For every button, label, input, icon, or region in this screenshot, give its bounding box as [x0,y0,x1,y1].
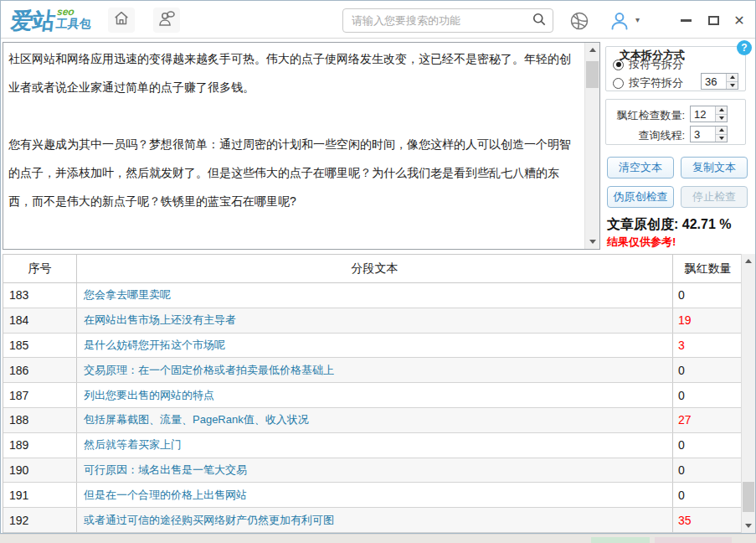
radio-icon[interactable] [613,78,624,89]
row-index: 184 [3,308,77,333]
row-segment-text[interactable]: 或者通过可信的途径购买网络财产仍然更加有利可图 [77,508,673,532]
red-check-spinner: 12 [690,106,728,122]
row-red-count: 0 [673,283,743,308]
search-input[interactable] [352,14,531,27]
maximize-button[interactable] [703,13,723,28]
char-split-spinner: 36 [701,73,738,90]
title-bar: 爱站 seo 工具包 [1,1,755,39]
originality-label: 文章原创度: [607,217,678,231]
row-segment-text[interactable]: 包括屏幕截图、流量、PageRank值、收入状况 [77,408,673,432]
table-row[interactable]: 184在网站出售市场上还没有主导者19 [3,308,743,334]
radio-symbol-label: 按符号拆分 [629,57,683,72]
settings-panel: 文本拆分方式 按符号拆分 按字符拆分 36 ? [602,39,754,250]
spin-down-icon[interactable] [716,135,727,142]
table-row[interactable]: 183您会拿去哪里卖呢0 [3,283,743,308]
close-button[interactable]: ✕ [729,13,749,28]
logo-main-text: 爱站 [9,6,56,36]
article-editor: 社区网站和网络应用迅速的变得越来越炙手可热。伟大的点子使网络发生改变，这已经不是… [3,42,600,250]
logo-sub-text: 工具包 [55,18,91,29]
red-check-value[interactable]: 12 [691,106,715,122]
scroll-up-icon[interactable] [585,43,599,57]
thread-spinner: 3 [690,126,728,142]
spin-down-icon[interactable] [727,82,738,90]
minimize-button[interactable] [676,13,696,28]
row-red-count: 27 [673,408,743,432]
originality-result: 文章原创度: 42.71 % [607,216,732,234]
row-index: 185 [3,334,77,358]
pseudo-original-check-button[interactable]: 伪原创检查 [607,186,674,208]
check-settings-group: 飘红检查数量: 12 查询线程: 3 [605,99,746,145]
row-index: 192 [3,508,77,532]
row-segment-text[interactable]: 您会拿去哪里卖呢 [77,283,673,308]
split-mode-group: 文本拆分方式 按符号拆分 按字符拆分 36 [605,46,746,91]
radio-icon[interactable] [613,59,624,70]
row-segment-text[interactable]: 列出您要出售的网站的特点 [77,383,673,407]
row-red-count: 0 [673,433,743,458]
scroll-down-icon[interactable] [585,235,599,249]
radio-split-by-symbol[interactable]: 按符号拆分 [613,57,683,72]
search-icon[interactable] [531,11,548,31]
row-segment-text[interactable]: 是什么妨碍您开拓这个市场呢 [77,334,673,358]
help-icon[interactable]: ? [737,40,752,55]
row-segment-text[interactable]: 交易原理：在一个固定价格或者拍卖最低价格基础上 [77,358,673,382]
table-row[interactable]: 185是什么妨碍您开拓这个市场呢3 [3,334,743,359]
char-split-value[interactable]: 36 [702,74,726,89]
thread-value[interactable]: 3 [691,127,715,142]
logo-seo-text: seo [57,7,93,17]
row-segment-text[interactable]: 然后就等着买家上门 [77,433,673,458]
stop-check-button[interactable]: 停止检查 [681,186,748,208]
copy-text-button[interactable]: 复制文本 [681,157,748,178]
home-button[interactable] [108,8,135,33]
row-index: 190 [3,458,77,483]
row-segment-text[interactable]: 但是在一个合理的价格上出售网站 [77,483,673,507]
account-user-icon[interactable] [609,10,630,32]
table-scroll-thumb[interactable] [743,482,754,512]
row-index: 187 [3,383,77,407]
screen: 爱站 seo 工具包 [0,0,756,543]
home-icon [112,9,131,31]
header-segment-text: 分段文本 [77,255,673,282]
segments-table: 序号 分段文本 飘红数量 183您会拿去哪里卖呢0184在网站出售市场上还没有主… [3,254,743,533]
table-row[interactable]: 186交易原理：在一个固定价格或者拍卖最低价格基础上0 [3,358,743,383]
result-disclaimer: 结果仅供参考! [607,235,676,250]
spin-down-icon[interactable] [716,115,727,122]
radio-split-by-char[interactable]: 按字符拆分 [613,75,683,90]
row-index: 186 [3,358,77,382]
table-row[interactable]: 190可行原因：域名出售是一笔大交易0 [3,458,743,484]
table-scrollbar[interactable] [741,254,755,533]
article-text[interactable]: 社区网站和网络应用迅速的变得越来越炙手可热。伟大的点子使网络发生改变，这已经不是… [3,43,584,249]
table-row[interactable]: 188包括屏幕截图、流量、PageRank值、收入状况27 [3,408,743,433]
network-globe-icon[interactable] [568,10,590,32]
thread-label: 查询线程: [638,128,685,143]
row-red-count: 35 [673,508,743,532]
row-red-count: 3 [673,334,743,358]
table-row[interactable]: 191但是在一个合理的价格上出售网站0 [3,483,743,508]
table-header: 序号 分段文本 飘红数量 [3,255,743,283]
spin-up-icon[interactable] [716,106,727,115]
row-red-count: 0 [673,358,743,382]
row-red-count: 0 [673,458,743,483]
editor-scroll-thumb[interactable] [586,61,599,88]
row-index: 191 [3,483,77,507]
desktop-sliver-accent [655,537,732,543]
table-row[interactable]: 192或者通过可信的途径购买网络财产仍然更加有利可图35 [3,508,743,533]
row-segment-text[interactable]: 在网站出售市场上还没有主导者 [77,308,673,333]
originality-value: 42.71 % [682,217,732,231]
row-index: 183 [3,283,77,308]
scroll-down-icon[interactable] [742,519,755,533]
red-check-label: 飘红检查数量: [616,108,685,123]
table-body: 183您会拿去哪里卖呢0184在网站出售市场上还没有主导者19185是什么妨碍您… [3,283,743,533]
table-row[interactable]: 189然后就等着买家上门0 [3,433,743,458]
row-red-count: 0 [673,383,743,407]
editor-scrollbar[interactable] [584,43,599,249]
feedback-button[interactable] [153,8,180,33]
table-row[interactable]: 187列出您要出售的网站的特点0 [3,383,743,408]
account-dropdown-caret[interactable]: ▾ [635,15,640,24]
spin-up-icon[interactable] [727,74,738,82]
row-red-count: 19 [673,308,743,333]
spin-up-icon[interactable] [716,127,727,135]
clear-text-button[interactable]: 清空文本 [607,157,674,178]
function-search [342,8,553,33]
row-segment-text[interactable]: 可行原因：域名出售是一笔大交易 [77,458,673,483]
scroll-up-icon[interactable] [742,254,755,268]
